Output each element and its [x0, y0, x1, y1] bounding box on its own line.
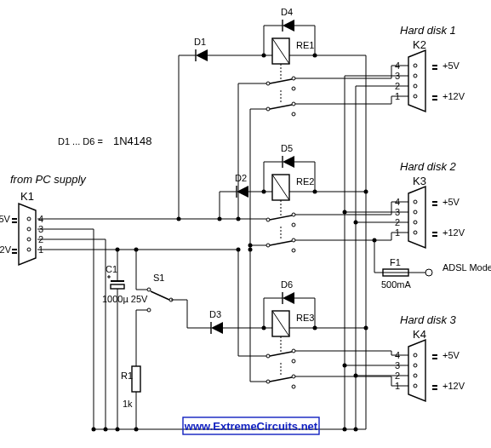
connector-k4: Hard disk 3 K4 4 3 2 1 +5V +12V: [395, 313, 465, 401]
fuse-f1: F1 500mA: [381, 257, 412, 290]
connector-k3: Hard disk 2 K3 4 3 2 1 +5V +12V: [395, 160, 465, 248]
svg-text:1N4148: 1N4148: [113, 135, 152, 147]
relay-re1: RE1: [272, 38, 314, 79]
svg-text:+5V: +5V: [442, 60, 460, 71]
diode-note: D1 ... D6 = 1N4148: [58, 135, 152, 147]
diode-d4: D4: [281, 7, 294, 32]
svg-text:+5V: +5V: [442, 197, 460, 207]
svg-text:C1: C1: [106, 264, 117, 274]
svg-text:RE3: RE3: [296, 313, 314, 323]
diode-d6: D6: [281, 279, 294, 304]
svg-text:Hard disk 2: Hard disk 2: [400, 160, 457, 173]
switch-s1: S1: [147, 273, 173, 312]
svg-text:1000µ 25V: 1000µ 25V: [102, 294, 148, 304]
resistor-r1: R1 1k: [121, 366, 140, 409]
url-box: www.ExtremeCircuits.net: [183, 417, 319, 434]
schematic-diagram: from PC supply K1 4 3 2 1 +5V +12V D1 ..…: [0, 0, 491, 448]
svg-point-177: [425, 269, 432, 276]
svg-text:K2: K2: [413, 38, 426, 51]
connector-k2: Hard disk 1 K2 4 3 2 1 +5V +12V: [395, 24, 465, 112]
svg-text:RE2: RE2: [296, 176, 314, 187]
k1-title: from PC supply: [10, 173, 87, 186]
svg-text:1k: 1k: [123, 399, 133, 409]
svg-line-44: [151, 291, 169, 300]
svg-text:D4: D4: [281, 7, 293, 17]
svg-text:+12V: +12V: [442, 381, 465, 391]
svg-text:S1: S1: [153, 273, 164, 283]
svg-text:+5V: +5V: [442, 350, 460, 360]
svg-text:D6: D6: [281, 279, 293, 290]
k1-name: K1: [20, 190, 34, 203]
diode-d2: D2: [235, 173, 248, 198]
svg-text:Hard disk 3: Hard disk 3: [400, 313, 457, 326]
relay-re3: RE3: [272, 311, 314, 352]
svg-text:+12V: +12V: [0, 244, 12, 255]
svg-text:D5: D5: [281, 143, 293, 153]
svg-text:+12V: +12V: [442, 227, 465, 238]
diode-d3: D3: [209, 309, 223, 334]
adsl-label: ADSL Modem: [442, 262, 491, 273]
svg-text:F1: F1: [390, 257, 401, 267]
diode-d1: D1: [194, 37, 208, 61]
relay-re2: RE2: [272, 175, 314, 215]
svg-text:RE1: RE1: [296, 40, 314, 50]
svg-point-41: [147, 288, 151, 291]
svg-text:D1 ... D6 =: D1 ... D6 =: [58, 136, 103, 146]
svg-text:Hard disk 1: Hard disk 1: [400, 24, 456, 37]
svg-text:K3: K3: [413, 175, 426, 187]
diode-d5: D5: [281, 143, 294, 168]
svg-text:+5V: +5V: [0, 214, 11, 224]
svg-text:D3: D3: [209, 309, 221, 319]
svg-text:+12V: +12V: [442, 91, 465, 101]
svg-text:D2: D2: [235, 173, 247, 183]
svg-point-42: [147, 308, 151, 312]
svg-text:500mA: 500mA: [381, 279, 412, 290]
svg-text:R1: R1: [121, 370, 133, 381]
svg-text:D1: D1: [194, 37, 206, 47]
url-text: www.ExtremeCircuits.net: [184, 420, 318, 433]
svg-text:K4: K4: [413, 328, 426, 341]
